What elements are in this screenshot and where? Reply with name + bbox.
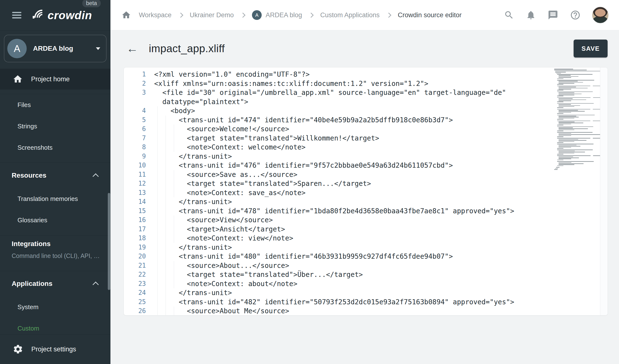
code-text: <trans-unit id="474" identifier="40be4e5… (154, 115, 551, 125)
code-text: </trans-unit> (154, 243, 551, 252)
breadcrumb-item-custom-applications[interactable]: Custom Applications (320, 11, 380, 19)
code-text: <source>Welcome!</source> (154, 125, 551, 134)
minimap-row (554, 82, 600, 83)
sidebar-item-files[interactable]: Files (0, 94, 111, 115)
indent-guide (166, 288, 166, 297)
sidebar-item-strings[interactable]: Strings (0, 115, 111, 137)
save-button[interactable]: SAVE (574, 40, 608, 57)
code-line[interactable]: 3<file id="30" original="/umbrella_app.x… (124, 88, 608, 106)
sidebar-item-project-home[interactable]: Project home (0, 69, 111, 90)
minimap-row (554, 116, 600, 116)
code-line[interactable]: 23<note>Context: about</note> (124, 279, 608, 289)
app-window: crowdin beta A ARDEA blog Project homeFi… (0, 0, 619, 364)
code-line[interactable]: 16<source>View</source> (124, 215, 608, 225)
indent-guide (174, 188, 174, 197)
code-line[interactable]: 20<trans-unit id="480" identifier="46b39… (124, 252, 608, 261)
sidebar-header: crowdin beta (0, 0, 111, 30)
indent-guide (174, 143, 174, 152)
sidebar-section-integrations[interactable]: Integrations (0, 235, 111, 252)
code-line[interactable]: 26<source>About Me</source> (124, 307, 608, 315)
minimap-row (554, 94, 600, 94)
code-line[interactable]: 11<source>Save as...</source> (124, 170, 608, 179)
code-line[interactable]: 13<note>Context: save_as</note> (124, 188, 608, 197)
project-switcher[interactable]: A ARDEA blog (4, 35, 107, 62)
code-line[interactable]: 25<trans-unit id="482" identifier="50793… (124, 297, 608, 307)
code-lines[interactable]: 1<?xml version="1.0" encoding="UTF-8"?>2… (124, 68, 608, 315)
code-line[interactable]: 6<source>Welcome!</source> (124, 125, 608, 134)
code-line[interactable]: 10<trans-unit id="476" identifier="9f57c… (124, 161, 608, 170)
sidebar-section-resources[interactable]: Resources (0, 163, 111, 188)
minimap-row (554, 106, 600, 107)
line-number: 4 (124, 106, 146, 115)
sidebar-scrollbar[interactable] (108, 193, 110, 290)
line-number: 18 (124, 234, 146, 243)
code-line[interactable]: 21<source>About...</source> (124, 261, 608, 270)
code-line[interactable]: 18<note>Context: view</note> (124, 234, 608, 243)
indent-guide (157, 270, 157, 279)
sidebar-item-translation-memories[interactable]: Translation memories (0, 188, 111, 210)
sidebar-item-project-settings[interactable]: Project settings (0, 334, 111, 364)
breadcrumb-item-workspace[interactable]: Workspace (139, 11, 172, 19)
code-editor[interactable]: 1<?xml version="1.0" encoding="UTF-8"?>2… (124, 67, 608, 315)
indent-guide (166, 234, 166, 243)
indent-guide (157, 279, 157, 289)
sidebar-section-applications[interactable]: Applications (0, 271, 111, 296)
code-line[interactable]: 12<target state="translated">Sparen...</… (124, 179, 608, 188)
indent-guide (174, 125, 174, 134)
code-line[interactable]: 4<body> (124, 106, 608, 115)
topbar: WorkspaceUkrainer DemoAARDEA blogCustom … (111, 0, 619, 30)
back-arrow-icon[interactable]: ← (127, 43, 138, 54)
code-text: <target state="translated">Willkommen!</… (154, 134, 551, 143)
line-number: 12 (124, 179, 146, 188)
minimap-row (554, 158, 600, 159)
code-text: <trans-unit id="478" identifier="1bda80f… (154, 207, 551, 216)
line-number: 6 (124, 125, 146, 134)
messages-icon[interactable] (548, 10, 558, 20)
crowdin-logo[interactable]: crowdin beta (31, 9, 92, 22)
menu-hamburger-icon[interactable] (12, 10, 23, 20)
code-line[interactable]: 15<trans-unit id="478" identifier="1bda8… (124, 207, 608, 216)
notifications-bell-icon[interactable] (526, 10, 536, 20)
minimap-row (554, 132, 600, 133)
indent-guide (166, 125, 166, 134)
code-line[interactable]: 8<note>Context: welcome</note> (124, 143, 608, 152)
sidebar-section-label: Resources (12, 172, 46, 179)
code-line[interactable]: 7<target state="translated">Willkommen!<… (124, 134, 608, 143)
sidebar-item-screenshots[interactable]: Screenshots (0, 137, 111, 158)
code-line[interactable]: 1<?xml version="1.0" encoding="UTF-8"?> (124, 70, 608, 79)
indent-guide (166, 225, 166, 234)
minimap-row (554, 119, 600, 120)
sidebar-item-system[interactable]: System (0, 296, 111, 318)
editor-scrollbar[interactable] (600, 68, 608, 315)
minimap-row (554, 97, 600, 98)
minimap-row (554, 87, 600, 87)
minimap[interactable] (554, 69, 600, 170)
help-icon[interactable] (570, 10, 581, 20)
code-line[interactable]: 9</trans-unit> (124, 152, 608, 161)
code-text: <source>About Me</source> (154, 307, 551, 315)
code-line[interactable]: 17<target>Ansicht</target> (124, 225, 608, 234)
breadcrumb-item-ukrainer-demo[interactable]: Ukrainer Demo (190, 11, 234, 19)
code-line[interactable]: 22<target state="translated">Über...</ta… (124, 270, 608, 279)
indent-guide (174, 134, 174, 143)
line-number: 17 (124, 225, 146, 234)
line-number: 15 (124, 207, 146, 216)
breadcrumb-item-ardea-blog[interactable]: AARDEA blog (252, 10, 302, 20)
code-line[interactable]: 2<xliff xmlns="urn:oasis:names:tc:xliff:… (124, 79, 608, 88)
indent-guide (166, 261, 166, 270)
code-line[interactable]: 19</trans-unit> (124, 243, 608, 252)
indent-guide (166, 115, 166, 125)
minimap-row (554, 164, 600, 165)
sidebar-item-glossaries[interactable]: Glossaries (0, 210, 111, 231)
home-icon[interactable] (121, 10, 131, 20)
indent-guide (174, 234, 174, 243)
minimap-row (554, 145, 600, 146)
code-line[interactable]: 5<trans-unit id="474" identifier="40be4e… (124, 115, 608, 125)
user-avatar[interactable] (592, 7, 609, 24)
code-line[interactable]: 14</trans-unit> (124, 197, 608, 207)
search-icon[interactable] (504, 10, 514, 20)
line-number: 3 (124, 88, 146, 97)
code-line[interactable]: 24</trans-unit> (124, 288, 608, 297)
line-number: 20 (124, 252, 146, 261)
indent-guide (166, 207, 166, 216)
